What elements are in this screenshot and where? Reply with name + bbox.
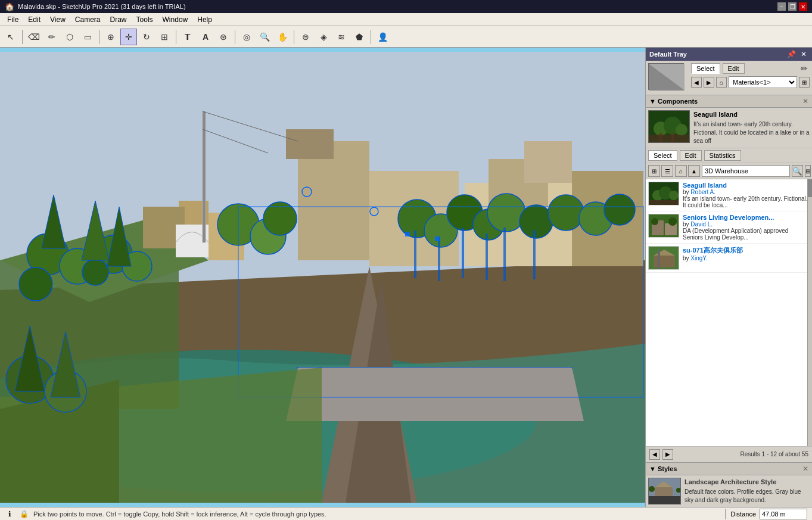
svg-rect-85 bbox=[658, 250, 660, 270]
comp-select-tab[interactable]: Select bbox=[648, 150, 677, 161]
materials-dropdown[interactable]: Materials<1> bbox=[729, 76, 797, 88]
menu-help[interactable]: Help bbox=[192, 14, 217, 25]
components-close-button[interactable]: ✕ bbox=[802, 97, 808, 105]
shape-tool[interactable]: ⬡ bbox=[61, 29, 78, 45]
materials-back-button[interactable]: ◀ bbox=[691, 77, 702, 88]
window-title: Malavida.skp - SketchUp Pro 2021 (31 day… bbox=[18, 3, 186, 10]
pencil-tool[interactable]: ✏ bbox=[43, 29, 60, 45]
component-list-container: Seagull Island by Robert A. It's an isla… bbox=[646, 179, 812, 446]
select-tool[interactable]: ↖ bbox=[2, 29, 19, 45]
status-lock-icon: 🔒 bbox=[19, 509, 29, 519]
svg-point-34 bbox=[548, 195, 584, 231]
component-name-3[interactable]: su-071高尔夫俱乐部 bbox=[683, 246, 743, 255]
svg-point-36 bbox=[604, 194, 635, 225]
minimize-button[interactable]: − bbox=[777, 2, 786, 11]
eraser-tool[interactable]: ⌫ bbox=[26, 29, 42, 45]
pan-tool[interactable]: ✋ bbox=[274, 29, 291, 45]
page-next-button[interactable]: ▶ bbox=[662, 449, 673, 460]
page-prev-button[interactable]: ◀ bbox=[649, 449, 660, 460]
tray-header: Default Tray 📌 ✕ bbox=[646, 48, 812, 61]
list-view-button[interactable]: ☰ bbox=[661, 165, 673, 177]
components-section-header[interactable]: ▼ Components ✕ bbox=[646, 95, 812, 108]
scrollbar-track[interactable] bbox=[807, 179, 812, 446]
component-author-3[interactable]: XingY. bbox=[690, 255, 707, 261]
menu-edit[interactable]: Edit bbox=[23, 14, 45, 25]
comp-edit-tab[interactable]: Edit bbox=[680, 150, 702, 161]
offset-tool[interactable]: ⊞ bbox=[156, 29, 173, 45]
search-button[interactable]: 🔍 bbox=[792, 165, 803, 177]
scene-canvas bbox=[0, 48, 645, 507]
svg-point-21 bbox=[82, 259, 108, 285]
svg-rect-83 bbox=[654, 256, 675, 267]
tray-title: Default Tray bbox=[649, 51, 687, 58]
component-thumbnail-2 bbox=[648, 214, 679, 238]
materials-dropdown-arrow[interactable]: ⊞ bbox=[799, 77, 810, 88]
list-item[interactable]: su-071高尔夫俱乐部 by XingY. bbox=[646, 244, 812, 273]
materials-pencil-button[interactable]: ✏ bbox=[799, 63, 810, 74]
distance-input[interactable] bbox=[760, 509, 807, 519]
materials-select-tab[interactable]: Select bbox=[691, 63, 720, 74]
sandbox-tool[interactable]: ≋ bbox=[333, 29, 350, 45]
menu-file[interactable]: File bbox=[2, 14, 23, 25]
menu-camera[interactable]: Camera bbox=[70, 14, 105, 25]
comp-statistics-tab[interactable]: Statistics bbox=[704, 150, 741, 161]
tape-tool[interactable]: 𝗧 bbox=[179, 29, 196, 45]
page-nav: ◀ ▶ bbox=[649, 449, 673, 460]
grid-view-button[interactable]: ⊞ bbox=[648, 165, 660, 177]
distance-box: Distance bbox=[725, 509, 807, 519]
tray-header-buttons[interactable]: 📌 ✕ bbox=[785, 50, 808, 58]
materials-edit-tab[interactable]: Edit bbox=[723, 63, 745, 74]
svg-point-80 bbox=[651, 218, 658, 225]
geo-tool[interactable]: ⊜ bbox=[297, 29, 314, 45]
orbit-tool[interactable]: ◎ bbox=[238, 29, 255, 45]
component-preview-image bbox=[648, 110, 690, 143]
svg-rect-38 bbox=[438, 236, 440, 281]
component-author-1[interactable]: Robert A. bbox=[690, 189, 715, 195]
component-name-1[interactable]: Seagull Island bbox=[683, 182, 810, 189]
tray-pin-button[interactable]: 📌 bbox=[785, 50, 798, 58]
svg-rect-37 bbox=[414, 231, 416, 278]
push-pull-tool[interactable]: ⊕ bbox=[102, 29, 119, 45]
tray-close-button[interactable]: ✕ bbox=[799, 50, 808, 58]
title-bar-controls[interactable]: − ❐ ✕ bbox=[777, 2, 807, 11]
component-preview: Seagull Island It's an island town- earl… bbox=[646, 108, 812, 148]
texture-tool[interactable]: ⬟ bbox=[351, 29, 368, 45]
menu-window[interactable]: Window bbox=[158, 14, 193, 25]
component-author-2[interactable]: David L. bbox=[690, 221, 713, 228]
axes-tool[interactable]: ⊛ bbox=[215, 29, 232, 45]
move-tool[interactable]: ✛ bbox=[120, 29, 137, 45]
component-name-2[interactable]: Seniors Living Developmen... bbox=[683, 214, 810, 221]
maximize-button[interactable]: ❐ bbox=[788, 2, 797, 11]
list-item[interactable]: Seagull Island by Robert A. It's an isla… bbox=[646, 179, 812, 211]
nav-home-button[interactable]: ⌂ bbox=[675, 165, 687, 177]
svg-rect-54 bbox=[405, 232, 410, 236]
distance-label: Distance bbox=[730, 510, 756, 518]
component-tabs: Select Edit Statistics bbox=[646, 148, 812, 163]
status-bar: ℹ 🔒 Pick two points to move. Ctrl = togg… bbox=[0, 507, 812, 520]
search-input[interactable] bbox=[702, 165, 790, 177]
svg-rect-49 bbox=[203, 111, 206, 242]
section-tool[interactable]: ◈ bbox=[315, 29, 332, 45]
menu-view[interactable]: View bbox=[45, 14, 70, 25]
scrollbar-thumb[interactable] bbox=[808, 179, 812, 197]
menu-tools[interactable]: Tools bbox=[132, 14, 158, 25]
menu-draw[interactable]: Draw bbox=[105, 14, 132, 25]
text-tool[interactable]: A bbox=[197, 29, 214, 45]
styles-close-button[interactable]: ✕ bbox=[802, 465, 808, 473]
materials-home-button[interactable]: ⌂ bbox=[716, 77, 727, 88]
rotate-tool[interactable]: ↻ bbox=[138, 29, 155, 45]
close-button[interactable]: ✕ bbox=[799, 2, 807, 11]
title-bar-left: 🏠 Malavida.skp - SketchUp Pro 2021 (31 d… bbox=[5, 2, 186, 11]
styles-section-header[interactable]: ▼ Styles ✕ bbox=[646, 463, 812, 475]
list-item[interactable]: Seniors Living Developmen... by David L.… bbox=[646, 211, 812, 244]
search-bar: ⊞ ☰ ⌂ ▲ 🔍 ⊞ bbox=[646, 163, 812, 179]
zoom-tool[interactable]: 🔍 bbox=[256, 29, 273, 45]
materials-side: Select Edit ✏ ◀ ▶ ⌂ Materials<1> ⊞ bbox=[691, 63, 810, 90]
nav-up-button[interactable]: ▲ bbox=[688, 165, 700, 177]
materials-fwd-button[interactable]: ▶ bbox=[704, 77, 714, 88]
profile-tool[interactable]: 👤 bbox=[374, 29, 391, 45]
viewport[interactable] bbox=[0, 48, 645, 507]
svg-point-68 bbox=[676, 124, 687, 136]
search-extra-button[interactable]: ⊞ bbox=[805, 165, 811, 177]
rectangle-tool[interactable]: ▭ bbox=[79, 29, 96, 45]
